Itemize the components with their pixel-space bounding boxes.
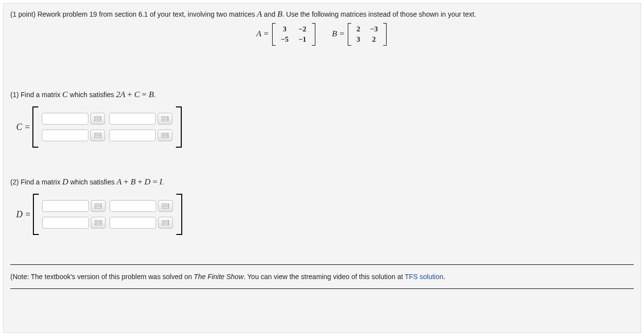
separator — [10, 288, 634, 289]
D-input-1-0[interactable] — [42, 217, 89, 229]
svg-point-21 — [98, 134, 99, 135]
svg-rect-54 — [95, 220, 102, 225]
svg-point-40 — [100, 205, 101, 206]
intro-mid: and — [262, 10, 277, 18]
svg-point-71 — [168, 223, 168, 224]
svg-point-7 — [98, 119, 99, 120]
svg-point-22 — [100, 134, 101, 135]
svg-point-5 — [95, 119, 96, 120]
svg-point-2 — [97, 117, 98, 118]
given-matrices: A = 3−2 −5−1 B = 2−3 32 — [10, 23, 634, 46]
svg-point-29 — [164, 134, 165, 135]
svg-point-6 — [97, 119, 98, 120]
svg-point-4 — [100, 117, 101, 118]
svg-point-69 — [165, 223, 166, 224]
keyboard-icon[interactable] — [158, 129, 172, 141]
B-1-0: 3 — [352, 34, 365, 45]
matrix-B: 2−3 32 — [348, 23, 387, 46]
A-0-0: 3 — [276, 24, 294, 34]
keyboard-icon[interactable] — [90, 113, 105, 125]
problem-container: (1 point) Rework problem 19 from section… — [3, 3, 641, 333]
note-mid: . You can view the streaming video of th… — [244, 273, 405, 281]
B-1-1: 2 — [365, 34, 383, 45]
D-input-0-0[interactable] — [42, 200, 89, 212]
D-input-0-1[interactable] — [110, 200, 156, 212]
B-0-1: −3 — [365, 24, 383, 34]
part1-prefix: (1) Find a matrix — [10, 91, 62, 99]
keyboard-icon[interactable] — [158, 217, 173, 229]
part2-prefix: (2) Find a matrix — [10, 178, 62, 186]
svg-point-43 — [99, 206, 100, 207]
svg-point-23 — [95, 135, 96, 136]
svg-rect-18 — [94, 133, 101, 138]
note-suffix: . — [444, 273, 446, 281]
svg-point-58 — [100, 221, 101, 222]
svg-point-44 — [100, 206, 101, 207]
part1-mid: which satisfies — [68, 91, 116, 99]
svg-point-3 — [98, 117, 99, 118]
part1-prompt: (1) Find a matrix C which satisfies 2A +… — [10, 90, 634, 100]
svg-point-39 — [99, 205, 100, 206]
C-input-0-1[interactable] — [109, 113, 156, 125]
svg-point-1 — [95, 117, 96, 118]
svg-point-49 — [168, 205, 168, 206]
var-B: B — [277, 9, 282, 19]
C-input-1-1[interactable] — [109, 129, 156, 141]
tfs-link[interactable]: TFS solution — [405, 273, 444, 281]
C-input-1-0[interactable] — [42, 129, 88, 141]
svg-rect-63 — [162, 220, 169, 225]
part1-suffix: . — [154, 91, 156, 99]
svg-point-52 — [166, 206, 167, 207]
svg-point-32 — [163, 135, 164, 136]
svg-point-25 — [98, 135, 99, 136]
svg-point-37 — [96, 205, 97, 206]
keyboard-icon[interactable] — [158, 200, 173, 212]
svg-rect-27 — [162, 133, 168, 138]
matrix-A-label: A = — [256, 29, 269, 38]
svg-point-67 — [168, 221, 168, 222]
keyboard-icon[interactable] — [91, 217, 106, 229]
svg-point-53 — [168, 206, 168, 207]
B-0-0: 2 — [352, 24, 365, 34]
intro-suffix: . Use the following matrices instead of … — [282, 10, 476, 18]
var-C: C — [62, 90, 68, 99]
keyboard-icon[interactable] — [91, 200, 106, 212]
keyboard-icon[interactable] — [158, 113, 172, 125]
D-input-1-1[interactable] — [110, 217, 156, 229]
problem-intro: (1 point) Rework problem 19 from section… — [10, 9, 634, 19]
part2-suffix: . — [162, 178, 164, 186]
svg-point-30 — [166, 134, 167, 135]
matrix-D-answer: D = — [16, 194, 634, 235]
svg-point-41 — [96, 206, 97, 207]
svg-point-12 — [166, 117, 167, 118]
svg-point-19 — [95, 134, 96, 135]
svg-point-55 — [96, 221, 97, 222]
svg-point-33 — [164, 135, 165, 136]
svg-point-56 — [97, 221, 98, 222]
keyboard-icon[interactable] — [90, 129, 105, 141]
note-prefix: (Note: The textbook's version of this pr… — [10, 273, 194, 281]
svg-point-61 — [99, 223, 100, 224]
part2-equation: A + B + D = I — [116, 177, 162, 186]
svg-point-51 — [165, 206, 166, 207]
intro-prefix: (1 point) Rework problem 19 from section… — [10, 10, 257, 18]
var-D: D — [62, 177, 68, 186]
C-input-0-0[interactable] — [42, 113, 88, 125]
svg-point-60 — [97, 223, 98, 224]
separator — [10, 264, 634, 265]
D-matrix-brackets — [33, 194, 182, 235]
svg-point-70 — [166, 223, 167, 224]
svg-point-14 — [163, 119, 164, 120]
var-A: A — [257, 9, 262, 19]
A-0-1: −2 — [294, 24, 311, 34]
svg-point-38 — [97, 205, 98, 206]
svg-point-8 — [100, 119, 101, 120]
svg-point-65 — [165, 221, 166, 222]
svg-point-62 — [100, 223, 101, 224]
note-show: The Finite Show — [194, 273, 244, 281]
D-label: D = — [16, 209, 31, 220]
note: (Note: The textbook's version of this pr… — [10, 273, 634, 281]
svg-point-47 — [165, 205, 166, 206]
matrix-C-answer: C = — [16, 106, 634, 148]
svg-point-68 — [163, 223, 164, 224]
